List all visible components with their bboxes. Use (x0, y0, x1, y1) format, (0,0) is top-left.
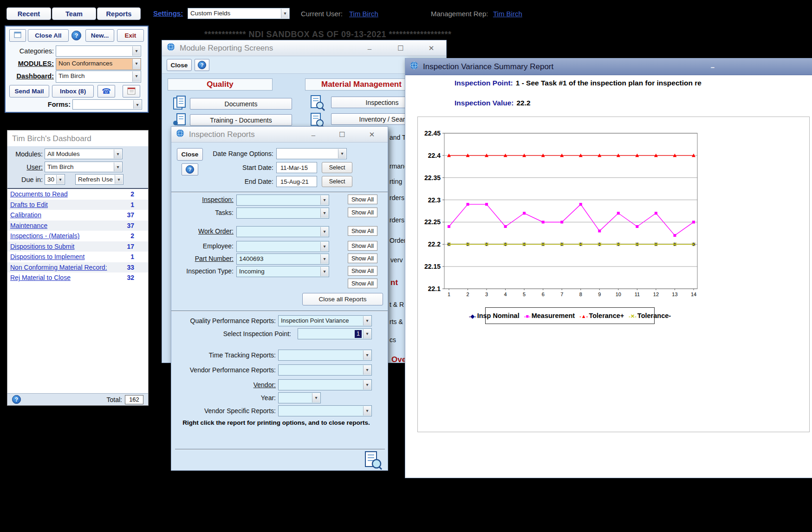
vendor-specific-reports-dropdown[interactable]: ▾ (278, 405, 372, 416)
module-button-fragment[interactable]: Order (390, 237, 406, 244)
list-item[interactable]: Non Conforming Material Record:33 (7, 262, 148, 273)
date-range-dropdown[interactable]: ▾ (276, 148, 347, 159)
chevron-down-icon[interactable]: ▾ (320, 242, 328, 251)
module-button-fragment[interactable]: rts & (390, 318, 403, 325)
help-button[interactable]: ? (195, 59, 209, 71)
list-item[interactable]: Inspections - (Materials)2 (7, 231, 148, 241)
settings-dropdown[interactable]: Custom Fields ▾ (188, 8, 290, 19)
list-item[interactable]: Calibration37 (7, 210, 148, 221)
employee-filter-dropdown[interactable]: ▾ (236, 241, 329, 252)
show-all-button[interactable]: Show All (348, 208, 377, 217)
list-item-link[interactable]: Documents to Read (10, 190, 68, 198)
list-item-link[interactable]: Rej Material to Close (10, 274, 71, 281)
part-number-filter-label[interactable]: Part Number: (171, 255, 234, 262)
show-all-button[interactable]: Show All (348, 266, 377, 276)
module-button-fragment[interactable]: rting (390, 178, 402, 185)
training-documents-button[interactable]: Training - Documents (190, 114, 292, 126)
module-button-fragment[interactable]: nt (390, 278, 398, 287)
close-all-reports-button[interactable]: Close all Reports (302, 293, 383, 305)
close-all-button[interactable]: Close All (28, 29, 69, 42)
chevron-down-icon[interactable]: ▾ (320, 208, 328, 218)
list-item-link[interactable]: Inspections - (Materials) (10, 232, 79, 240)
dashboard-dropdown[interactable]: Tim Birch ▾ (56, 71, 141, 83)
help-icon[interactable]: ? (12, 395, 21, 404)
chevron-down-icon[interactable]: ▾ (132, 46, 140, 56)
vendor-label[interactable]: Vendor: (171, 381, 276, 389)
chevron-down-icon[interactable]: ▾ (133, 100, 141, 109)
list-item-link[interactable]: Calibration (10, 211, 41, 219)
dash-user-dropdown[interactable]: Tim Birch ▾ (45, 162, 123, 172)
modules-label[interactable]: MODULES: (6, 60, 54, 67)
inspection-filter-dropdown[interactable]: ▾ (236, 195, 329, 206)
time-tracking-reports-dropdown[interactable]: ▾ (278, 350, 372, 361)
start-date-field[interactable]: 11-Mar-15 (276, 162, 317, 173)
current-user-link[interactable]: Tim Birch (349, 10, 378, 18)
variance-window-titlebar[interactable]: Inspection Variance Summary Report – (405, 58, 812, 75)
start-date-select-button[interactable]: Select (322, 162, 352, 173)
inspection-window-titlebar[interactable]: Inspection Reports – ☐ ✕ (171, 127, 388, 143)
minimize-button[interactable]: – (359, 40, 380, 56)
dash-user-label[interactable]: User: (7, 163, 43, 171)
chevron-down-icon[interactable]: ▾ (132, 71, 140, 82)
chevron-down-icon[interactable]: ▾ (363, 365, 371, 375)
chevron-down-icon[interactable]: ▾ (363, 316, 371, 325)
chevron-down-icon[interactable]: ▾ (320, 227, 328, 236)
due-in-dropdown[interactable]: 30 ▾ (45, 174, 65, 185)
dash-modules-dropdown[interactable]: All Modules ▾ (45, 149, 123, 159)
inbox-button[interactable]: Inbox (8) (52, 85, 94, 97)
chevron-down-icon[interactable]: ▾ (132, 59, 140, 69)
close-icon[interactable]: ✕ (362, 127, 382, 143)
chevron-down-icon[interactable]: ▾ (320, 267, 328, 276)
select-inspection-point-dropdown[interactable]: 1 ▾ (298, 328, 372, 339)
chevron-down-icon[interactable]: ▾ (281, 9, 289, 18)
work-order-filter-dropdown[interactable]: ▾ (236, 226, 329, 237)
reports-button[interactable]: Reports (97, 7, 141, 20)
phone-button[interactable]: ☎ (97, 85, 115, 97)
module-button-fragment[interactable]: rders (390, 216, 404, 224)
calendar-button[interactable] (123, 85, 140, 97)
vendor-performance-reports-dropdown[interactable]: ▾ (278, 364, 372, 376)
chevron-down-icon[interactable]: ▾ (363, 329, 371, 338)
chevron-down-icon[interactable]: ▾ (338, 149, 346, 158)
quality-performance-reports-dropdown[interactable]: Inspection Point Variance ▾ (278, 315, 372, 326)
chevron-down-icon[interactable]: ▾ (312, 393, 320, 402)
maximize-button[interactable]: ☐ (332, 127, 352, 143)
send-mail-button[interactable]: Send Mail (9, 85, 49, 97)
team-button[interactable]: Team (52, 7, 96, 20)
part-number-filter-dropdown[interactable]: 1400693▾ (236, 253, 329, 265)
close-button[interactable]: Close (167, 59, 192, 71)
close-icon[interactable]: ✕ (421, 40, 442, 56)
chevron-down-icon[interactable]: ▾ (320, 195, 328, 205)
chevron-down-icon[interactable]: ▾ (56, 175, 64, 184)
help-icon[interactable]: ? (71, 31, 81, 40)
show-all-button[interactable]: Show All (348, 253, 377, 263)
end-date-field[interactable]: 15-Aug-21 (276, 176, 317, 187)
report-icon[interactable] (364, 451, 383, 472)
vendor-dropdown[interactable]: ▾ (278, 379, 372, 390)
show-all-button[interactable]: Show All (348, 241, 377, 251)
recent-button[interactable]: Recent (6, 7, 51, 20)
list-item[interactable]: Dispositions to Implement1 (7, 252, 148, 262)
exit-button[interactable]: Exit (117, 29, 144, 42)
list-item[interactable]: Rej Material to Close32 (7, 272, 148, 283)
inspection-type-filter-dropdown[interactable]: Incoming▾ (236, 266, 329, 277)
list-item-link[interactable]: Maintenance (10, 222, 47, 229)
chevron-down-icon[interactable]: ▾ (114, 149, 122, 158)
module-button-fragment[interactable]: Ove (391, 355, 406, 364)
list-item-link[interactable]: Drafts to Edit (10, 201, 48, 208)
list-item[interactable]: Maintenance37 (7, 221, 148, 231)
inspection-filter-label[interactable]: Inspection: (171, 196, 234, 203)
list-item-link[interactable]: Dispositions to Implement (10, 253, 84, 260)
settings-link[interactable]: Settings: (153, 9, 183, 17)
list-item[interactable]: Drafts to Edit1 (7, 200, 148, 210)
work-order-filter-label[interactable]: Work Order: (171, 227, 234, 235)
show-all-button[interactable]: Show All (348, 195, 377, 204)
tasks-filter-dropdown[interactable]: ▾ (236, 208, 329, 219)
list-item[interactable]: Dispositions to Submit17 (7, 241, 148, 252)
chevron-down-icon[interactable]: ▾ (114, 162, 122, 171)
show-all-button[interactable]: Show All (348, 226, 377, 236)
chevron-down-icon[interactable]: ▾ (320, 254, 328, 264)
list-item-link[interactable]: Dispositions to Submit (10, 243, 75, 250)
year-dropdown[interactable]: ▾ (278, 392, 321, 403)
categories-dropdown[interactable]: ▾ (56, 45, 141, 57)
